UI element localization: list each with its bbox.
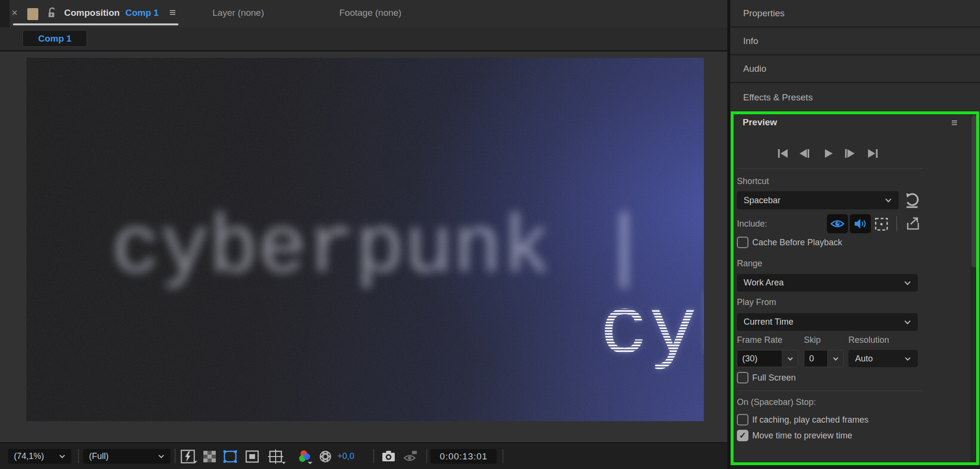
- last-frame-button[interactable]: [867, 146, 879, 161]
- roi-icon: [245, 450, 259, 463]
- skip-field[interactable]: 0: [804, 350, 827, 367]
- close-panel-icon[interactable]: ×: [11, 7, 18, 19]
- preview-scrollbar-thumb[interactable]: [971, 115, 977, 267]
- composition-tab-comp-name[interactable]: Comp 1: [125, 8, 159, 18]
- preview-panel-title: Preview: [743, 117, 777, 128]
- next-frame-button[interactable]: [844, 146, 856, 161]
- comp-1-subtab[interactable]: Comp 1: [22, 30, 87, 47]
- exposure-value[interactable]: +0,0: [337, 451, 355, 461]
- magnification-select[interactable]: (74,1%): [8, 449, 71, 464]
- previous-frame-button[interactable]: [798, 146, 811, 161]
- cache-before-playback-label: Cache Before Playback: [752, 238, 842, 248]
- current-time-field[interactable]: 0:00:13:01: [431, 449, 497, 464]
- include-overlays-button[interactable]: [873, 216, 890, 232]
- chevron-down-icon: [885, 198, 892, 203]
- skip-label: Skip: [804, 335, 821, 345]
- full-screen-checkbox[interactable]: [737, 372, 748, 383]
- resolution-value: Auto: [855, 354, 873, 364]
- cache-indicators-button[interactable]: [904, 215, 922, 232]
- panel-header-properties[interactable]: Properties: [730, 0, 980, 28]
- composition-tab-label[interactable]: Composition: [64, 8, 120, 18]
- show-snapshot-button[interactable]: [403, 450, 419, 463]
- include-audio-button[interactable]: [850, 214, 871, 233]
- frame-rate-combo[interactable]: (30): [737, 350, 798, 367]
- play-from-label: Play From: [737, 297, 776, 307]
- cache-before-playback-checkbox[interactable]: [737, 237, 748, 248]
- panel-header-audio[interactable]: Audio: [730, 55, 980, 83]
- speaker-icon: [854, 218, 867, 229]
- panel-header-effects-presets[interactable]: Effects & Presets: [730, 83, 980, 111]
- mask-path-icon: [222, 449, 238, 464]
- full-screen-label: Full Screen: [752, 373, 796, 383]
- panel-header-info[interactable]: Info: [730, 28, 980, 55]
- footage-viewer-tab[interactable]: Footage (none): [339, 8, 401, 18]
- resolution-select[interactable]: Auto: [848, 350, 918, 367]
- timecode-value: 0:00:13:01: [440, 451, 488, 462]
- viewer-resolution-select[interactable]: (Full): [83, 449, 170, 464]
- rgb-circles-icon: [298, 449, 314, 465]
- grid-guides-icon: [267, 449, 287, 465]
- toolbar-divider: [502, 449, 503, 463]
- last-frame-icon: [867, 149, 879, 158]
- camera-icon: [381, 450, 397, 463]
- range-value: Work Area: [744, 278, 784, 288]
- move-time-checkbox[interactable]: [737, 430, 748, 441]
- section-divider: [737, 391, 923, 391]
- move-time-label: Move time to preview time: [752, 431, 852, 441]
- layer-viewer-tab[interactable]: Layer (none): [212, 8, 264, 18]
- comp-1-subtab-label: Comp 1: [38, 33, 72, 44]
- section-divider: [737, 168, 923, 169]
- toolbar-divider: [373, 449, 374, 463]
- region-of-interest-button[interactable]: [245, 450, 259, 463]
- show-channel-button[interactable]: [298, 449, 314, 465]
- play-button[interactable]: [822, 146, 835, 161]
- chevron-down-icon: [59, 454, 66, 458]
- skip-value: 0: [809, 354, 814, 364]
- lock-icon[interactable]: [47, 7, 57, 22]
- aperture-icon: [319, 450, 332, 463]
- chevron-down-icon: [158, 454, 165, 458]
- frame-rate-chevron[interactable]: [782, 350, 798, 367]
- shortcut-value: Spacebar: [744, 196, 780, 206]
- after-effects-app: × Composition Comp 1 ≡ Layer (none) Foot…: [0, 0, 980, 469]
- viewer-tab-bar: × Composition Comp 1 ≡ Layer (none) Foot…: [0, 0, 727, 27]
- frame-rate-field[interactable]: (30): [737, 350, 782, 367]
- play-from-value: Current Time: [744, 317, 793, 327]
- play-from-select[interactable]: Current Time: [737, 313, 918, 331]
- on-stop-label: On (Spacebar) Stop:: [737, 397, 816, 407]
- preview-menu-icon[interactable]: ≡: [951, 117, 958, 129]
- range-label: Range: [737, 259, 762, 269]
- toolbar-divider: [175, 449, 176, 463]
- include-video-button[interactable]: [827, 214, 848, 233]
- if-caching-label: If caching, play cached frames: [752, 415, 869, 425]
- chevron-down-icon: [787, 357, 793, 361]
- frame-rate-label: Frame Rate: [737, 335, 782, 345]
- checkerboard-icon: [203, 450, 216, 463]
- selection-frame-icon: [874, 217, 889, 232]
- first-frame-button[interactable]: [777, 146, 789, 161]
- panel-color-swatch: [27, 8, 38, 20]
- transparency-grid-button[interactable]: [203, 450, 216, 463]
- adjust-exposure-button[interactable]: [319, 450, 332, 463]
- panel-edge: [0, 0, 10, 27]
- panel-menu-icon[interactable]: ≡: [169, 6, 176, 19]
- shortcut-select[interactable]: Spacebar: [737, 191, 899, 209]
- magnification-value: (74,1%): [14, 451, 44, 461]
- mask-path-visibility-button[interactable]: [222, 449, 238, 464]
- film-grain-noise: [26, 58, 704, 421]
- range-select[interactable]: Work Area: [737, 274, 918, 292]
- chevron-down-icon: [833, 357, 839, 361]
- composition-canvas[interactable]: cyberpunk |cyberpunk |: [26, 58, 704, 421]
- fast-previews-button[interactable]: [180, 449, 199, 464]
- take-snapshot-button[interactable]: [381, 450, 397, 463]
- chevron-down-icon: [904, 320, 911, 325]
- viewer-resolution-value: (Full): [89, 451, 109, 461]
- viewer-toolbar: (74,1%) (Full): [0, 442, 727, 469]
- grid-guides-button[interactable]: [267, 449, 287, 465]
- skip-combo[interactable]: 0: [804, 350, 844, 367]
- composition-viewer-panel: × Composition Comp 1 ≡ Layer (none) Foot…: [0, 0, 727, 469]
- include-label: Include:: [737, 219, 767, 229]
- reset-shortcut-button[interactable]: [903, 192, 921, 209]
- if-caching-checkbox[interactable]: [737, 414, 748, 425]
- skip-chevron[interactable]: [827, 350, 843, 367]
